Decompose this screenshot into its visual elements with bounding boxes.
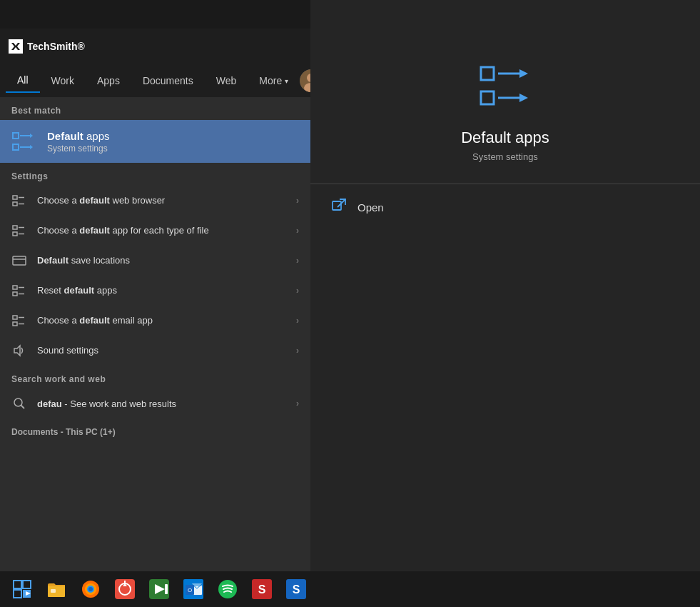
svg-rect-43 — [23, 581, 31, 588]
chevron-icon-web-browser: › — [296, 196, 299, 206]
right-panel: Default apps System settings Open — [310, 0, 700, 578]
svg-point-52 — [88, 587, 93, 591]
content-area: Best match Default apps System settings — [0, 97, 310, 607]
svg-rect-21 — [13, 286, 17, 289]
taskbar-item-spotify[interactable] — [211, 573, 244, 606]
settings-item-reset-apps[interactable]: Reset default apps › — [0, 276, 310, 306]
search-query-rest: - See work and web results — [62, 398, 176, 409]
svg-text:O: O — [188, 587, 192, 593]
settings-text-file-type: Choose a default app for each type of fi… — [37, 225, 286, 237]
taskbar-item-snagit[interactable] — [108, 573, 141, 606]
svg-marker-38 — [519, 69, 528, 78]
search-query-bold: defau — [37, 398, 62, 409]
techsmith-logo: TechSmith® — [9, 39, 85, 54]
list-icon-file-type — [11, 223, 27, 239]
list-icon-sound — [11, 343, 27, 358]
tab-work[interactable]: Work — [40, 69, 86, 92]
chevron-icon-save-locations: › — [296, 256, 299, 266]
svg-rect-34 — [481, 67, 494, 80]
settings-item-save-locations[interactable]: Default save locations › — [0, 246, 310, 276]
tab-web[interactable]: Web — [205, 69, 248, 92]
logo-text: TechSmith® — [27, 41, 85, 52]
taskbar-item-outlook[interactable]: O — [177, 573, 210, 606]
svg-rect-19 — [13, 256, 26, 265]
svg-text:S: S — [293, 583, 300, 596]
settings-text-email-app: Choose a default email app — [37, 315, 286, 327]
search-panel: TechSmith® All Work Apps Documents Web M… — [0, 29, 310, 607]
chevron-icon-email-app: › — [296, 316, 299, 326]
svg-rect-25 — [13, 316, 17, 319]
settings-item-email-app[interactable]: Choose a default email app › — [0, 306, 310, 336]
search-work-item[interactable]: defau - See work and web results › — [0, 388, 310, 418]
svg-rect-42 — [14, 581, 21, 588]
right-panel-app-title: Default apps — [461, 129, 549, 147]
svg-marker-10 — [30, 145, 33, 149]
svg-rect-48 — [51, 589, 56, 593]
svg-rect-44 — [14, 590, 21, 598]
tab-apps[interactable]: Apps — [86, 69, 131, 92]
list-icon-email-app — [11, 313, 27, 328]
settings-item-file-type[interactable]: Choose a default app for each type of fi… — [0, 216, 310, 246]
svg-rect-35 — [481, 91, 494, 104]
svg-point-30 — [14, 398, 22, 406]
svg-text:S: S — [258, 583, 266, 596]
tab-documents[interactable]: Documents — [131, 69, 205, 92]
open-icon — [332, 199, 346, 216]
nav-tabs: All Work Apps Documents Web More ▾ — [0, 64, 310, 97]
best-match-item[interactable]: Default apps System settings — [0, 120, 310, 163]
default-apps-icon — [11, 129, 37, 154]
svg-rect-22 — [13, 292, 17, 296]
svg-rect-59 — [165, 584, 168, 594]
chevron-icon-sound: › — [296, 346, 299, 356]
settings-text-reset-apps: Reset default apps — [37, 285, 286, 297]
settings-item-web-browser[interactable]: Choose a default web browser › — [0, 186, 310, 216]
taskbar: O S S — [0, 571, 700, 607]
svg-rect-12 — [13, 202, 17, 206]
chevron-down-icon: ▾ — [285, 77, 288, 85]
taskbar-item-firefox[interactable] — [74, 573, 107, 606]
svg-marker-29 — [14, 346, 20, 356]
svg-point-66 — [218, 580, 237, 598]
svg-rect-47 — [48, 585, 65, 597]
svg-marker-9 — [30, 134, 33, 138]
open-section[interactable]: Open — [310, 199, 700, 216]
chevron-icon-search-work: › — [296, 398, 299, 408]
best-match-label: Best match — [0, 97, 310, 120]
tab-more[interactable]: More ▾ — [248, 69, 300, 92]
chevron-icon-file-type: › — [296, 226, 299, 236]
svg-line-31 — [21, 406, 25, 409]
documents-section-label: Documents - This PC (1+) — [0, 418, 310, 441]
list-icon-web-browser — [11, 193, 27, 209]
svg-rect-11 — [13, 196, 17, 199]
tab-all[interactable]: All — [6, 69, 40, 93]
list-icon-save-locations — [11, 253, 27, 269]
taskbar-item-s-blue[interactable]: S — [280, 573, 313, 606]
taskbar-item-arrow[interactable] — [6, 573, 39, 606]
svg-rect-16 — [13, 232, 17, 236]
search-work-label: Search work and web — [0, 366, 310, 388]
svg-rect-15 — [13, 226, 17, 229]
open-label: Open — [357, 201, 384, 214]
right-panel-divider — [310, 184, 700, 184]
taskbar-item-s-red[interactable]: S — [245, 573, 278, 606]
chevron-icon-reset-apps: › — [296, 286, 299, 296]
svg-rect-5 — [13, 133, 19, 139]
header-bar: TechSmith® — [0, 29, 310, 64]
settings-item-sound[interactable]: Sound settings › — [0, 336, 310, 366]
settings-text-save-locations: Default save locations — [37, 255, 286, 267]
taskbar-item-camtasia[interactable] — [143, 573, 176, 606]
settings-text-sound: Sound settings — [37, 345, 286, 357]
settings-text-web-browser: Choose a default web browser — [37, 195, 286, 207]
settings-label: Settings — [0, 163, 310, 186]
best-match-text: Default apps System settings — [47, 130, 110, 154]
right-panel-app-subtitle: System settings — [472, 151, 538, 162]
svg-rect-6 — [13, 144, 19, 150]
search-icon — [11, 396, 27, 411]
best-match-subtitle: System settings — [47, 144, 110, 154]
list-icon-reset-apps — [11, 283, 27, 299]
svg-marker-39 — [519, 94, 528, 102]
app-big-icon — [477, 57, 534, 114]
logo-icon — [9, 39, 23, 54]
best-match-title: Default apps — [47, 130, 110, 142]
taskbar-item-file-explorer[interactable] — [40, 573, 73, 606]
